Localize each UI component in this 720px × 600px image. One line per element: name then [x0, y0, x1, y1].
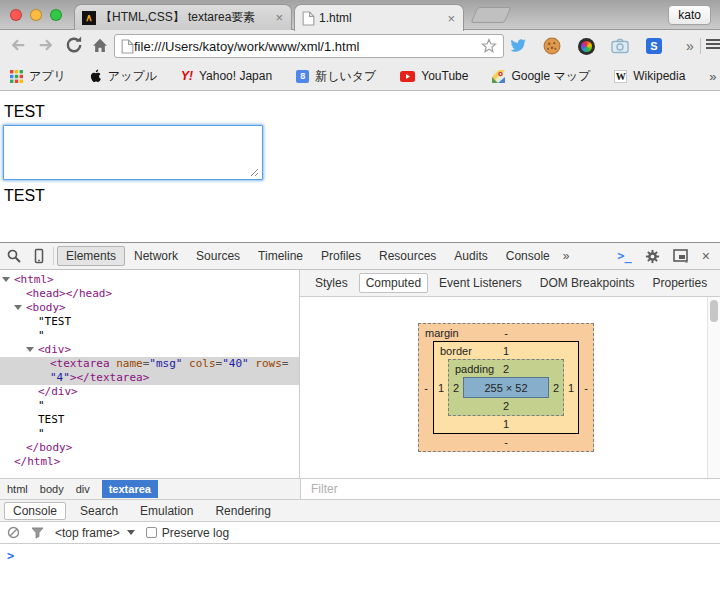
profile-button[interactable]: kato: [668, 5, 711, 25]
devtools-tab-network[interactable]: Network: [125, 246, 187, 266]
scrollbar[interactable]: [707, 297, 720, 478]
bookmark-item-wikipedia[interactable]: WWikipedia: [614, 69, 685, 83]
browser-tab-1-html[interactable]: 1.html×: [294, 4, 464, 31]
drawer-tab-rendering[interactable]: Rendering: [207, 503, 278, 519]
aperture-extension-icon[interactable]: [576, 36, 596, 56]
dock-side-icon[interactable]: [673, 249, 689, 263]
box-model-border[interactable]: border 1 1 padding 2: [433, 341, 579, 434]
devtools-tab-profiles[interactable]: Profiles: [312, 246, 370, 266]
drawer-tab-console[interactable]: Console: [4, 502, 66, 520]
bookmark-star-icon[interactable]: [481, 38, 497, 54]
reload-icon[interactable]: [64, 35, 84, 55]
twitter-extension-icon[interactable]: [508, 36, 528, 56]
preserve-log-toggle[interactable]: Preserve log: [146, 526, 229, 540]
box-model-content[interactable]: 255 × 52: [463, 377, 549, 398]
dom-tree-node[interactable]: <head></head>: [0, 287, 299, 301]
forward-icon[interactable]: [36, 35, 56, 55]
drawer-tab-search[interactable]: Search: [72, 503, 126, 519]
dom-tree-node[interactable]: </html>: [0, 455, 299, 469]
dom-tree-node[interactable]: ": [0, 329, 299, 343]
expand-arrow-icon[interactable]: [26, 347, 34, 352]
breadcrumb-item-div[interactable]: div: [76, 483, 90, 495]
expand-arrow-icon[interactable]: [2, 277, 10, 282]
filter-funnel-icon[interactable]: [31, 527, 44, 539]
devtools-tabs-overflow-icon[interactable]: »: [559, 249, 574, 263]
bookmark-item--[interactable]: アプリ: [10, 68, 66, 85]
box-model-padding[interactable]: padding 2 2 255 × 52 2: [448, 359, 564, 416]
padding-bottom-value: 2: [449, 398, 563, 415]
bookmark-item--[interactable]: アップル: [90, 68, 157, 85]
cookie-extension-icon[interactable]: [542, 36, 562, 56]
new-tab-button[interactable]: [470, 7, 511, 23]
sidebar-tab-properties[interactable]: Properties: [645, 273, 714, 293]
bookmark-item-yahoo-japan[interactable]: Y!Yahoo! Japan: [181, 69, 272, 83]
dom-tree-node[interactable]: <html>: [0, 273, 299, 287]
dom-tree-node[interactable]: "4"></textarea>: [0, 371, 299, 385]
scrollbar-thumb[interactable]: [710, 300, 718, 322]
frame-selector[interactable]: <top frame>: [55, 526, 135, 540]
window-zoom-button[interactable]: [50, 9, 62, 21]
bookmarks-overflow-icon[interactable]: »: [709, 69, 716, 84]
console-prompt-icon: >: [7, 549, 720, 563]
expand-arrow-icon[interactable]: [14, 305, 22, 310]
devtools-tab-sources[interactable]: Sources: [187, 246, 249, 266]
window-close-button[interactable]: [10, 9, 22, 21]
dom-tree-node[interactable]: "TEST: [0, 315, 299, 329]
dom-tree-node[interactable]: <div>: [0, 343, 299, 357]
chrome-menu-icon[interactable]: [706, 39, 720, 51]
sidebar-tab-computed[interactable]: Computed: [359, 273, 428, 293]
box-model-margin[interactable]: margin - - border 1 1: [418, 323, 594, 452]
dom-tree-node[interactable]: </body>: [0, 441, 299, 455]
tab-close-icon[interactable]: ×: [274, 11, 284, 24]
bookmark-item-youtube[interactable]: YouTube: [400, 69, 468, 83]
drawer-tab-emulation[interactable]: Emulation: [132, 503, 201, 519]
breadcrumb-item-textarea[interactable]: textarea: [102, 480, 158, 498]
dom-tree-node[interactable]: ": [0, 399, 299, 413]
sidebar-tab-styles[interactable]: Styles: [308, 273, 355, 293]
tree-token: ": [38, 427, 45, 440]
back-icon[interactable]: [8, 35, 28, 55]
bookmark-label: アップル: [108, 68, 157, 85]
clear-console-icon[interactable]: [7, 526, 20, 539]
bookmark-label: 新しいタブ: [315, 68, 376, 85]
window-minimize-button[interactable]: [30, 9, 42, 21]
breadcrumb-item-html[interactable]: html: [7, 483, 28, 495]
page-textarea[interactable]: [3, 125, 263, 180]
preserve-log-checkbox[interactable]: [146, 527, 157, 538]
devtools-tab-resources[interactable]: Resources: [370, 246, 445, 266]
dom-tree-node[interactable]: <textarea name="msg" cols="40" rows=: [0, 357, 299, 371]
address-bar[interactable]: file:///Users/katoy/work/www/xml/1.html: [114, 34, 504, 58]
page-icon: [302, 11, 315, 26]
camera-extension-icon[interactable]: [610, 36, 630, 56]
devtools-close-icon[interactable]: ×: [702, 248, 710, 264]
console-prompt-area[interactable]: >: [0, 543, 720, 600]
bookmark-item--[interactable]: 8新しいタブ: [296, 68, 376, 85]
devtools-tab-audits[interactable]: Audits: [445, 246, 496, 266]
url-text[interactable]: file:///Users/katoy/work/www/xml/1.html: [134, 39, 481, 54]
bookmark-item-google-[interactable]: Google マップ: [492, 68, 590, 85]
tree-token: ></textarea>: [70, 371, 149, 384]
extensions-overflow-icon[interactable]: »: [686, 38, 694, 54]
browser-tab--html-css-textarea-[interactable]: ∧【HTML,CSS】 textarea要素×: [74, 4, 292, 30]
devtools-tab-elements[interactable]: Elements: [57, 246, 125, 266]
tree-token: "msg": [149, 357, 182, 370]
sidebar-tab-event-listeners[interactable]: Event Listeners: [432, 273, 529, 293]
dom-tree-node[interactable]: ": [0, 427, 299, 441]
settings-gear-icon[interactable]: [645, 249, 660, 264]
inspect-element-icon[interactable]: [3, 245, 25, 267]
home-icon[interactable]: [90, 35, 110, 55]
s-badge-extension-icon[interactable]: S: [644, 36, 664, 56]
tab-close-icon[interactable]: ×: [446, 12, 456, 25]
navigation-bar: file:///Users/katoy/work/www/xml/1.html …: [0, 30, 720, 62]
devtools-tab-console[interactable]: Console: [497, 246, 559, 266]
tree-token: </html>: [14, 455, 60, 468]
console-drawer-toggle-icon[interactable]: >_: [617, 249, 631, 263]
dom-tree-node[interactable]: <body>: [0, 301, 299, 315]
dom-tree-node[interactable]: </div>: [0, 385, 299, 399]
device-mode-icon[interactable]: [28, 245, 50, 267]
breadcrumb-item-body[interactable]: body: [40, 483, 64, 495]
dom-tree-node[interactable]: TEST: [0, 413, 299, 427]
computed-filter-input[interactable]: Filter: [300, 479, 720, 499]
sidebar-tab-dom-breakpoints[interactable]: DOM Breakpoints: [533, 273, 642, 293]
devtools-tab-timeline[interactable]: Timeline: [249, 246, 312, 266]
